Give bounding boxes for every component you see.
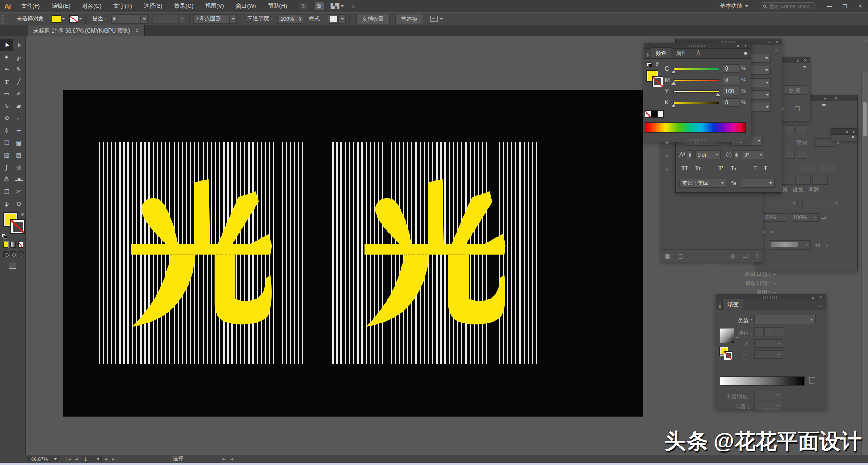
- stock-icon[interactable]: St: [315, 2, 324, 10]
- zoom-tool[interactable]: Q: [13, 198, 25, 210]
- cyan-field[interactable]: 0: [723, 64, 739, 73]
- stroke-weight-combo[interactable]: [118, 14, 148, 24]
- mesh-tool[interactable]: ▦: [0, 149, 13, 161]
- subscript-button[interactable]: T₁: [731, 165, 736, 171]
- workspace-switcher[interactable]: 基本功能: [715, 0, 753, 12]
- next-artboard-icon[interactable]: ▶: [105, 457, 108, 461]
- underline-button[interactable]: T: [754, 165, 757, 171]
- panel-menu-icon[interactable]: ≡: [744, 50, 747, 57]
- zoom-level-combo[interactable]: 66.67%: [27, 456, 59, 462]
- swap-fill-stroke-icon[interactable]: ⇄: [19, 211, 25, 218]
- search-input[interactable]: [769, 4, 810, 9]
- cap-round-button[interactable]: [786, 125, 795, 133]
- hand-tool[interactable]: ψ: [0, 198, 13, 210]
- menu-object[interactable]: 对象(O): [76, 0, 108, 12]
- resize-grip[interactable]: [689, 139, 706, 141]
- tab-libraries[interactable]: 库: [691, 48, 706, 58]
- yellow-slider[interactable]: [673, 90, 719, 93]
- fill-color-swatch[interactable]: [52, 15, 61, 23]
- menu-edit[interactable]: 编辑(E): [46, 0, 76, 12]
- draw-normal-button[interactable]: [3, 251, 9, 257]
- menu-effect[interactable]: 效果(C): [168, 0, 199, 12]
- resize-grip[interactable]: [704, 264, 720, 266]
- draw-behind-button[interactable]: [10, 251, 16, 257]
- restore-button[interactable]: ❐: [837, 1, 853, 11]
- close-icon[interactable]: ×: [835, 95, 837, 101]
- scrollbar-thumb[interactable]: [863, 102, 867, 136]
- lasso-tool[interactable]: ℘: [13, 51, 25, 63]
- collapse-icon[interactable]: «: [796, 57, 799, 63]
- rectangle-tool[interactable]: ▭: [0, 88, 13, 100]
- dash-align-button-1[interactable]: [800, 165, 816, 172]
- tab-color[interactable]: 颜色: [651, 47, 671, 58]
- style-combo[interactable]: [328, 14, 346, 24]
- chevron-down-icon[interactable]: [440, 18, 443, 20]
- menu-select[interactable]: 选择(S): [138, 0, 169, 12]
- collapse-icon[interactable]: «: [811, 294, 814, 300]
- close-button[interactable]: ×: [853, 1, 868, 11]
- rotate-tool[interactable]: ⟲: [0, 112, 13, 124]
- panel-menu-icon[interactable]: ≡: [822, 101, 826, 108]
- arrange-documents-icon[interactable]: ▙▜: [331, 3, 344, 9]
- cap-projecting-button[interactable]: [797, 125, 806, 133]
- delete-layer-icon[interactable]: ⍉: [756, 253, 759, 259]
- eye-icon[interactable]: ◉: [665, 167, 669, 171]
- antialias-combo[interactable]: [741, 179, 775, 188]
- artboard-tool[interactable]: ❒: [0, 185, 13, 198]
- gradient-thumbnail[interactable]: [720, 328, 734, 343]
- color-mode-button[interactable]: [3, 242, 8, 248]
- locate-object-icon[interactable]: ◍: [730, 253, 735, 259]
- scale-tool[interactable]: ↔: [13, 112, 25, 124]
- small-caps-button[interactable]: Tᴛ: [695, 165, 701, 171]
- scroll-left-icon[interactable]: ◀: [230, 457, 233, 461]
- first-artboard-icon[interactable]: ❘◀: [65, 457, 71, 461]
- scroll-right-icon[interactable]: ▶: [222, 457, 226, 461]
- expand-button[interactable]: 扩展: [783, 85, 807, 95]
- gradient-slider[interactable]: [720, 376, 805, 386]
- eraser-tool[interactable]: ▰: [13, 100, 25, 112]
- align-options-icon[interactable]: [430, 16, 438, 22]
- artboard[interactable]: 光 光: [63, 90, 643, 416]
- slice-tool[interactable]: ✂: [13, 185, 25, 198]
- slider-handle[interactable]: [671, 70, 676, 73]
- magenta-slider[interactable]: [673, 79, 719, 81]
- magic-wand-tool[interactable]: ✶: [0, 51, 13, 63]
- width-tool[interactable]: ≬: [0, 124, 13, 137]
- layers-mask-icon[interactable]: ▢: [678, 253, 683, 259]
- artboard-number-field[interactable]: 1: [82, 456, 102, 462]
- paintbrush-tool[interactable]: ✐: [13, 88, 25, 100]
- collapse-icon[interactable]: «: [845, 129, 848, 135]
- panel-menu-icon[interactable]: ≡: [852, 134, 854, 140]
- magenta-field[interactable]: 0: [723, 76, 739, 84]
- close-icon[interactable]: ×: [775, 39, 778, 45]
- panel-menu-icon[interactable]: ≡: [819, 302, 822, 308]
- eye-icon[interactable]: ◉: [665, 153, 669, 158]
- stock-search[interactable]: [759, 2, 816, 10]
- none-mode-button[interactable]: [18, 242, 23, 248]
- pathfinder-shape-icon-2[interactable]: ❐: [794, 105, 800, 113]
- pen-tool[interactable]: ✒: [0, 63, 13, 76]
- close-icon[interactable]: ×: [804, 57, 807, 63]
- all-caps-button[interactable]: TT: [681, 165, 688, 171]
- minimize-button[interactable]: —: [822, 1, 837, 11]
- curvature-tool[interactable]: ✎: [13, 63, 25, 76]
- menu-help[interactable]: 帮助(H): [262, 0, 293, 12]
- eyedropper-tool[interactable]: ∫: [0, 161, 13, 173]
- corner-bevel-button[interactable]: [797, 151, 806, 159]
- menu-file[interactable]: 文件(F): [15, 0, 46, 12]
- symbol-sprayer-tool[interactable]: ⁂: [0, 173, 13, 185]
- slider-handle[interactable]: [671, 81, 676, 85]
- drag-handle[interactable]: [763, 296, 779, 299]
- direct-selection-tool[interactable]: ➤: [13, 39, 25, 51]
- rotation-stepper[interactable]: [733, 150, 739, 159]
- controlbar-grip[interactable]: [1, 14, 4, 24]
- shaper-tool[interactable]: ∿: [0, 100, 13, 112]
- collapse-icon[interactable]: «: [736, 43, 739, 49]
- guang-glyph-1[interactable]: [128, 175, 275, 331]
- collapse-icon[interactable]: «: [768, 39, 771, 45]
- corner-round-button[interactable]: [786, 151, 795, 159]
- white-swatch[interactable]: [657, 110, 664, 118]
- bridge-icon[interactable]: Br: [299, 2, 308, 10]
- stroke-weight-label[interactable]: 描边：: [92, 15, 108, 23]
- menu-window[interactable]: 窗口(W): [230, 0, 262, 12]
